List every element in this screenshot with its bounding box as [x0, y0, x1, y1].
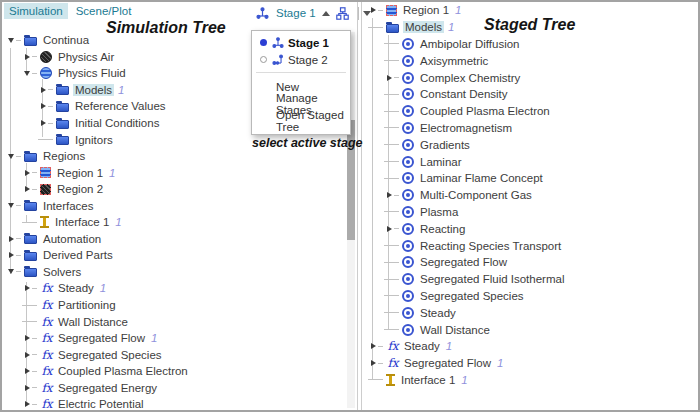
model-icon — [402, 189, 414, 201]
tab-simulation[interactable]: Simulation — [4, 3, 68, 19]
tree-row-reacting-species-transport[interactable]: Reacting Species Transport — [364, 237, 700, 254]
tree-row-laminar[interactable]: Laminar — [364, 153, 700, 170]
expander-collapsed-icon[interactable] — [22, 330, 32, 347]
fx-icon: fx — [40, 282, 54, 294]
tree-row-interface-1[interactable]: Interface 11 — [364, 372, 700, 389]
folder-icon — [24, 235, 37, 244]
tree-row-region-2[interactable]: Region 2 — [2, 181, 346, 198]
fx-icon: fx — [40, 316, 54, 328]
expander-collapsed-icon[interactable] — [22, 164, 32, 181]
tree-row-complex-chemistry[interactable]: Complex Chemistry — [364, 69, 700, 86]
tree-row-steady[interactable]: fxSteady1 — [2, 280, 346, 297]
tree-row-steady[interactable]: fxSteady1 — [364, 338, 700, 355]
stage2-icon — [272, 54, 284, 66]
tree-row-solvers[interactable]: Solvers — [2, 264, 346, 281]
expander-collapsed-icon[interactable] — [384, 220, 394, 237]
tree-row-derived-parts[interactable]: Derived Parts — [2, 247, 346, 264]
expander-collapsed-icon[interactable] — [6, 231, 16, 248]
expander-collapsed-icon[interactable] — [22, 181, 32, 198]
staged-tree-dropdown-arrow-icon[interactable] — [363, 11, 371, 16]
model-icon — [402, 38, 414, 50]
expander-collapsed-icon[interactable] — [22, 396, 32, 412]
tree-row-electromagnetism[interactable]: Electromagnetism — [364, 120, 700, 137]
expander-expanded-icon[interactable] — [6, 32, 16, 49]
model-icon — [402, 122, 414, 134]
tree-label: Segregated Fluid Isothermal — [418, 273, 566, 285]
collapse-dropdown-arrow-icon[interactable] — [322, 11, 330, 16]
tree-row-segregated-flow[interactable]: fxSegregated Flow1 — [2, 330, 346, 347]
fx-icon: fx — [40, 398, 54, 410]
tree-row-reacting[interactable]: Reacting — [364, 220, 700, 237]
expander-collapsed-icon[interactable] — [38, 98, 48, 115]
tree-row-segregated-flow[interactable]: fxSegregated Flow1 — [364, 355, 700, 372]
toolbar-separator — [358, 7, 359, 20]
tree-row-multi-component-gas[interactable]: Multi-Component Gas — [364, 187, 700, 204]
tree-row-wall-distance[interactable]: fxWall Distance — [2, 313, 346, 330]
menu-item-stage-1[interactable]: Stage 1 — [252, 34, 350, 51]
tree-row-constant-density[interactable]: Constant Density — [364, 86, 700, 103]
tree-connector-stem — [394, 195, 399, 196]
tree-row-segregated-flow[interactable]: Segregated Flow — [364, 254, 700, 271]
expander-collapsed-icon[interactable] — [38, 82, 48, 99]
menu-item-open-staged-tree[interactable]: Open Staged Tree — [252, 112, 350, 129]
tree-label: Region 1 — [55, 167, 105, 179]
tree-row-regions[interactable]: Regions — [2, 148, 346, 165]
tree-connector-line — [384, 52, 394, 69]
stage-marker: 1 — [151, 332, 157, 344]
model-icon — [402, 88, 414, 100]
expander-expanded-icon[interactable] — [6, 197, 16, 214]
tree-connector-stem — [394, 295, 399, 296]
tree-row-laminar-flame-concept[interactable]: Laminar Flame Concept — [364, 170, 700, 187]
tree-row-segregated-species[interactable]: fxSegregated Species — [2, 346, 346, 363]
model-icon — [402, 223, 414, 235]
region-fluid-icon — [386, 5, 397, 16]
expander-collapsed-icon[interactable] — [22, 363, 32, 380]
menu-item-stage-2[interactable]: Stage 2 — [252, 51, 350, 68]
expander-collapsed-icon[interactable] — [22, 49, 32, 66]
tab-scene-plot[interactable]: Scene/Plot — [71, 3, 137, 19]
tree-row-coupled-plasma-electron[interactable]: fxCoupled Plasma Electron — [2, 363, 346, 380]
expander-collapsed-icon[interactable] — [22, 346, 32, 363]
menu-caption-annotation: select active stage — [252, 136, 363, 150]
tree-row-coupled-plasma-electron[interactable]: Coupled Plasma Electron — [364, 103, 700, 120]
tree-row-segregated-species[interactable]: Segregated Species — [364, 288, 700, 305]
tree-connector-stem — [16, 205, 21, 206]
tree-row-automation[interactable]: Automation — [2, 231, 346, 248]
tree-row-axisymmetric[interactable]: Axisymmetric — [364, 52, 700, 69]
tree-label: Coupled Plasma Electron — [56, 365, 190, 377]
expander-collapsed-icon[interactable] — [384, 69, 394, 86]
tree-row-partitioning[interactable]: fxPartitioning — [2, 297, 346, 314]
tree-connector-stem — [32, 354, 37, 355]
tree-row-interfaces[interactable]: Interfaces — [2, 197, 346, 214]
expander-collapsed-icon[interactable] — [6, 247, 16, 264]
expander-expanded-icon[interactable] — [6, 264, 16, 281]
tree-row-plasma[interactable]: Plasma — [364, 204, 700, 221]
active-stage-label[interactable]: Stage 1 — [276, 7, 316, 19]
tree-row-interface-1[interactable]: Interface 11 — [2, 214, 346, 231]
staged-tree-icon[interactable] — [336, 7, 349, 20]
folder-icon — [56, 120, 69, 129]
tree-row-segregated-fluid-isothermal[interactable]: Segregated Fluid Isothermal — [364, 271, 700, 288]
tree-connector-stem — [32, 288, 37, 289]
tree-label: Reference Values — [73, 100, 168, 112]
expander-collapsed-icon[interactable] — [38, 115, 48, 132]
tree-row-steady[interactable]: Steady — [364, 304, 700, 321]
tree-row-wall-distance[interactable]: Wall Distance — [364, 321, 700, 338]
tree-row-ambipolar-diffusion[interactable]: Ambipolar Diffusion — [364, 36, 700, 53]
expander-expanded-icon[interactable] — [22, 65, 32, 82]
expander-collapsed-icon[interactable] — [368, 338, 378, 355]
expander-collapsed-icon[interactable] — [384, 187, 394, 204]
tree-connector-line — [384, 103, 394, 120]
expander-collapsed-icon[interactable] — [368, 355, 378, 372]
tree-connector-stem — [32, 222, 37, 223]
tree-row-region-1[interactable]: Region 11 — [2, 164, 346, 181]
tree-connector-stem — [394, 60, 399, 61]
tree-row-gradients[interactable]: Gradients — [364, 136, 700, 153]
tree-row-segregated-energy[interactable]: fxSegregated Energy — [2, 379, 346, 396]
menu-item-label: Stage 1 — [288, 37, 329, 49]
tree-row-electric-potential[interactable]: fxElectric Potential — [2, 396, 346, 412]
expander-collapsed-icon[interactable] — [22, 280, 32, 297]
expander-collapsed-icon[interactable] — [22, 379, 32, 396]
expander-expanded-icon[interactable] — [6, 148, 16, 165]
model-icon — [402, 206, 414, 218]
